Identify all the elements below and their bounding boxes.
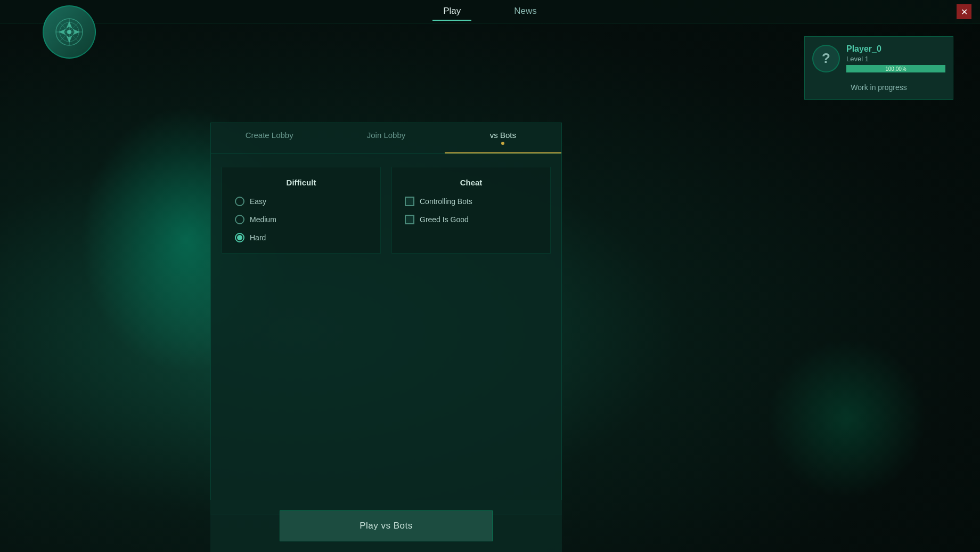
logo-icon: [53, 16, 85, 48]
bg-glow-right: [767, 339, 927, 499]
nav-play[interactable]: Play: [432, 3, 471, 21]
close-button[interactable]: ✕: [957, 4, 971, 19]
topbar: Play News ✕: [0, 0, 980, 23]
nav-menu: Play News: [432, 3, 548, 21]
radio-label-medium: Medium: [250, 215, 276, 224]
checkbox-box-greed-is-good: [405, 215, 414, 224]
play-vs-bots-button[interactable]: Play vs Bots: [280, 510, 493, 541]
svg-point-10: [67, 30, 71, 34]
player-name: Player_0: [846, 44, 945, 54]
nav-news[interactable]: News: [503, 3, 548, 21]
tab-active-indicator: [501, 142, 504, 145]
player-card-footer: Work in progress: [805, 78, 953, 99]
logo-circle: [43, 5, 96, 59]
player-level: Level 1: [846, 55, 945, 63]
difficult-section: Difficult Easy Medium Hard: [222, 167, 381, 254]
tab-join-lobby[interactable]: Join Lobby: [328, 123, 444, 153]
player-info: Player_0 Level 1 100,00%: [846, 44, 945, 72]
checkbox-label-controlling-bots: Controlling Bots: [420, 197, 472, 206]
radio-hard[interactable]: Hard: [235, 233, 368, 242]
tab-vs-bots[interactable]: vs Bots: [445, 123, 561, 153]
tabs: Create Lobby Join Lobby vs Bots: [211, 123, 561, 154]
radio-label-hard: Hard: [250, 233, 266, 242]
logo: [43, 5, 96, 59]
radio-circle-hard: [235, 233, 244, 242]
work-in-progress-text: Work in progress: [851, 83, 907, 92]
checkbox-group: Controlling Bots Greed Is Good: [405, 197, 537, 224]
tab-create-lobby[interactable]: Create Lobby: [211, 123, 328, 153]
checkbox-controlling-bots[interactable]: Controlling Bots: [405, 197, 537, 206]
radio-circle-easy: [235, 197, 244, 206]
main-panel: Create Lobby Join Lobby vs Bots Difficul…: [210, 123, 562, 515]
tab-vs-bots-label: vs Bots: [490, 131, 516, 140]
panel-content: Difficult Easy Medium Hard Cheat: [211, 154, 561, 266]
radio-medium[interactable]: Medium: [235, 215, 368, 224]
cheat-title: Cheat: [405, 178, 537, 187]
player-card: ? Player_0 Level 1 100,00% Work in progr…: [804, 36, 953, 100]
difficult-title: Difficult: [235, 178, 368, 187]
player-avatar: ?: [812, 45, 840, 72]
player-card-header: ? Player_0 Level 1 100,00%: [805, 37, 953, 78]
checkbox-greed-is-good[interactable]: Greed Is Good: [405, 215, 537, 224]
radio-group: Easy Medium Hard: [235, 197, 368, 242]
radio-easy[interactable]: Easy: [235, 197, 368, 206]
play-btn-container: Play vs Bots: [210, 500, 562, 552]
player-progress-text: 100,00%: [846, 65, 945, 72]
checkbox-box-controlling-bots: [405, 197, 414, 206]
checkbox-label-greed-is-good: Greed Is Good: [420, 215, 469, 224]
radio-label-easy: Easy: [250, 197, 266, 206]
cheat-section: Cheat Controlling Bots Greed Is Good: [391, 167, 551, 254]
avatar-label: ?: [822, 50, 830, 67]
player-progress-bar: 100,00%: [846, 65, 945, 72]
radio-circle-medium: [235, 215, 244, 224]
